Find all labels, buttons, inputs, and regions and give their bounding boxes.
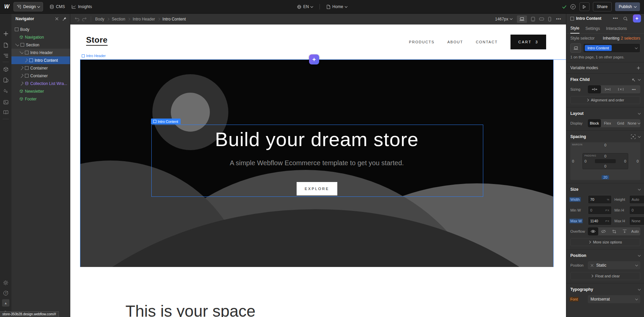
display-grid-option[interactable]: Grid (614, 119, 627, 127)
intro-header-section[interactable]: Build your dream store A simple Webflow … (80, 59, 554, 268)
width-unit[interactable]: % (607, 198, 609, 201)
inheriting-count[interactable]: 2 selectors (621, 36, 640, 41)
padding-left-value[interactable]: 0 (584, 159, 586, 163)
add-section-button[interactable] (309, 54, 319, 64)
sizing-none-option[interactable] (614, 85, 627, 93)
more-options-icon[interactable]: ••• (556, 17, 561, 21)
preview-button[interactable] (579, 2, 590, 11)
close-icon[interactable] (55, 17, 59, 20)
variables-icon[interactable] (0, 88, 11, 94)
tab-settings[interactable]: Settings (585, 24, 600, 33)
min-h-input[interactable]: 0PX (629, 206, 644, 215)
class-pill[interactable]: Intro Content (585, 45, 612, 51)
tab-interactions[interactable]: Interactions (606, 24, 627, 33)
sizing-more-option[interactable]: ••• (627, 85, 640, 93)
more-size-options-button[interactable]: More size options (570, 238, 640, 246)
inherit-corner-arrow-icon[interactable] (631, 78, 636, 82)
sizing-shrink-option[interactable] (588, 85, 601, 93)
spacing-link-icon[interactable] (631, 134, 636, 139)
next-section[interactable]: This is your space (70, 267, 566, 317)
overflow-scroll-option[interactable] (619, 227, 630, 235)
display-block-option[interactable]: Block (588, 119, 601, 127)
margin-bottom-value[interactable]: 20 (570, 175, 640, 179)
navigator-item-body[interactable]: Body (11, 26, 70, 33)
publish-button[interactable]: Publish (615, 2, 640, 11)
next-section-heading[interactable]: This is your space (125, 302, 256, 317)
share-button[interactable]: Share (593, 2, 612, 11)
navigator-item-container-2[interactable]: Container (11, 72, 70, 80)
breakpoint-phone-portrait[interactable] (548, 17, 551, 21)
width-input[interactable]: 70% (588, 195, 612, 204)
warning-triangle-button[interactable]: ▲ (2, 299, 9, 307)
add-elements-icon[interactable] (0, 30, 11, 37)
nav-link-about[interactable]: ABOUT (447, 40, 463, 44)
display-none-option[interactable]: None (627, 119, 640, 127)
intro-content-tag[interactable]: Intro Content (151, 119, 181, 124)
font-dropdown[interactable]: Montserrat (588, 295, 640, 303)
navigator-item-navigation[interactable]: Navigation (11, 33, 70, 41)
design-mode-button[interactable]: Design (13, 2, 43, 11)
breadcrumb-intro-header[interactable]: Intro Header (132, 17, 155, 21)
comments-icon[interactable] (570, 4, 576, 10)
help-icon[interactable]: ? (0, 289, 11, 296)
padding-top-value[interactable]: 0 (583, 154, 628, 158)
overflow-auto-option[interactable]: Auto (630, 227, 640, 235)
display-flex-option[interactable]: Flex (601, 119, 614, 127)
alignment-and-order-button[interactable]: Alignment and order (570, 96, 640, 104)
redo-icon[interactable] (82, 17, 87, 21)
max-w-unit[interactable]: PX (605, 220, 609, 223)
navigator-item-collection-list[interactable]: Collection List Wra... (11, 80, 70, 87)
padding-right-value[interactable]: 0 (624, 159, 626, 163)
navigator-item-intro-header[interactable]: Intro Header (11, 49, 70, 56)
margin-bottom-highlight[interactable]: 20 (602, 175, 609, 179)
cms-button[interactable]: CMS (46, 2, 68, 11)
overflow-clip-option[interactable] (609, 227, 619, 235)
settings-icon[interactable] (0, 279, 11, 286)
create-component-icon[interactable] (623, 16, 628, 21)
navigator-item-footer[interactable]: Footer (11, 95, 70, 103)
nav-link-products[interactable]: PRODUCTS (409, 40, 434, 44)
assets-icon[interactable] (0, 99, 11, 105)
float-and-clear-button[interactable]: Float and clear (570, 272, 640, 280)
navigator-icon[interactable] (0, 52, 11, 59)
breadcrumb-intro-content[interactable]: Intro Content (162, 17, 186, 21)
page-switcher[interactable]: Home (323, 2, 350, 11)
breakpoint-desktop-active[interactable] (517, 15, 527, 23)
margin-left-value[interactable]: 0 (572, 159, 574, 163)
collapse-section-icon[interactable] (638, 187, 641, 190)
margin-right-value[interactable]: 0 (637, 159, 639, 163)
breakpoint-phone-landscape[interactable] (539, 17, 544, 20)
class-selector-input[interactable]: Intro Content (583, 43, 640, 53)
max-h-input[interactable]: None- (629, 217, 644, 225)
libraries-icon[interactable] (0, 109, 11, 116)
locale-switcher[interactable]: EN (294, 2, 316, 11)
collapse-section-icon[interactable] (638, 111, 641, 114)
breadcrumb-body[interactable]: Body (95, 17, 104, 21)
ai-assistant-button[interactable] (633, 14, 641, 22)
element-options-icon[interactable]: ••• (613, 16, 618, 21)
sizing-grow-option[interactable] (601, 85, 614, 93)
breakpoint-tablet[interactable] (531, 17, 535, 21)
breakpoint-indicator-button[interactable] (570, 43, 581, 53)
navigator-item-container-1[interactable]: Container (11, 64, 70, 72)
insights-button[interactable]: Insights (68, 2, 95, 11)
min-w-unit[interactable]: PX (605, 209, 609, 212)
pin-icon[interactable] (63, 17, 67, 21)
padding-bottom-value[interactable]: 0 (583, 164, 628, 168)
viewport-width-dropdown[interactable]: 1467px (495, 17, 512, 21)
breadcrumb-section[interactable]: Section (112, 17, 125, 21)
intro-header-tag[interactable]: Intro Header (82, 54, 106, 58)
collapse-section-icon[interactable] (638, 135, 641, 137)
collapse-section-icon[interactable] (638, 254, 641, 256)
margin-top-value[interactable]: 0 (570, 143, 640, 147)
components-icon[interactable] (0, 66, 11, 73)
add-variable-mode-icon[interactable] (637, 66, 640, 70)
navigator-item-intro-content[interactable]: Intro Content (11, 56, 70, 64)
webflow-logo[interactable]: W (0, 4, 13, 10)
height-input[interactable]: Auto- (629, 195, 644, 204)
pages-icon[interactable] (0, 42, 11, 48)
cart-button[interactable]: CART 3 (510, 35, 546, 49)
nav-link-contact[interactable]: CONTACT (476, 40, 498, 44)
style-manager-icon[interactable] (0, 77, 11, 83)
position-dropdown[interactable]: Static (588, 261, 640, 269)
